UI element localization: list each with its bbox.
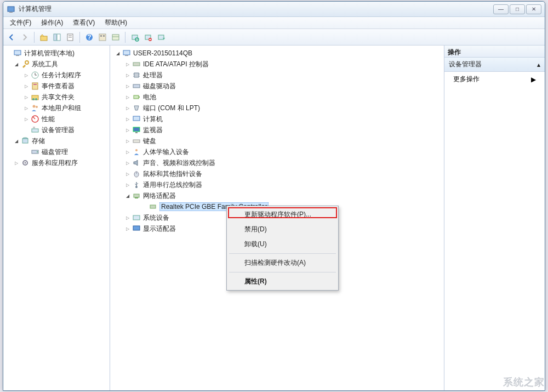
tree-label: 系统设备	[143, 213, 169, 223]
device-hid[interactable]: 人体学输入设备	[110, 146, 444, 157]
menu-action[interactable]: 操作(A)	[37, 17, 67, 29]
separator	[229, 272, 336, 272]
device-network-adapters[interactable]: 网络适配器	[110, 190, 444, 201]
tree-shared-folders[interactable]: 共享文件夹	[3, 92, 110, 103]
svg-rect-46	[133, 63, 140, 66]
scan-hardware-button[interactable]	[129, 31, 141, 43]
tree-local-users[interactable]: 本地用户和组	[3, 103, 110, 113]
expand-toggle[interactable]	[124, 192, 131, 199]
expand-toggle[interactable]	[124, 127, 131, 133]
expand-toggle[interactable]	[124, 214, 131, 221]
expand-toggle[interactable]	[23, 116, 30, 122]
expand-toggle[interactable]	[23, 105, 30, 111]
expand-toggle[interactable]	[124, 72, 131, 78]
device-ide[interactable]: IDE ATA/ATAPI 控制器	[110, 59, 444, 70]
tree-services-apps[interactable]: 服务和应用程序	[3, 157, 110, 168]
expand-toggle[interactable]	[124, 149, 131, 155]
device-cpu[interactable]: 处理器	[110, 70, 444, 81]
tree-performance[interactable]: 性能	[3, 113, 110, 124]
actions-section-device-manager[interactable]: 设备管理器 ▴	[444, 58, 545, 72]
device-monitors[interactable]: 监视器	[110, 124, 444, 135]
keyboard-icon	[132, 137, 141, 145]
ctx-update-driver[interactable]: 更新驱动程序软件(P)...	[228, 207, 337, 222]
tree-storage[interactable]: 存储	[3, 135, 110, 146]
system-device-icon	[132, 213, 141, 222]
ctx-properties[interactable]: 属性(R)	[228, 274, 337, 289]
expand-toggle[interactable]	[124, 181, 131, 188]
svg-rect-47	[134, 73, 139, 77]
expand-toggle[interactable]	[124, 94, 131, 100]
maximize-button[interactable]: □	[510, 4, 525, 14]
ctx-disable[interactable]: 禁用(D)	[228, 222, 337, 237]
expand-toggle[interactable]	[124, 138, 131, 144]
expand-toggle[interactable]	[124, 160, 131, 166]
expand-toggle[interactable]	[13, 138, 20, 144]
uninstall-device-button[interactable]	[142, 31, 154, 43]
view-resources-button[interactable]	[110, 31, 122, 43]
device-computer-root[interactable]: USER-20150114QB	[110, 48, 444, 59]
collapse-icon: ▴	[537, 61, 540, 69]
separator	[79, 32, 80, 43]
menu-view[interactable]: 查看(V)	[68, 17, 99, 29]
tree-label: 服务和应用程序	[32, 158, 78, 168]
expand-toggle[interactable]	[124, 105, 131, 111]
menu-file[interactable]: 文件(F)	[5, 17, 36, 29]
tree-label: 共享文件夹	[42, 93, 75, 102]
tree-device-manager[interactable]: 设备管理器	[3, 124, 110, 135]
svg-rect-27	[32, 83, 38, 89]
expand-toggle[interactable]	[13, 160, 20, 166]
tree-task-scheduler[interactable]: 任务计划程序	[3, 70, 110, 81]
ctx-uninstall[interactable]: 卸载(U)	[228, 237, 337, 252]
show-hide-tree-button[interactable]	[51, 31, 63, 43]
tools-icon	[21, 60, 30, 69]
menu-help[interactable]: 帮助(H)	[100, 17, 132, 29]
expand-toggle[interactable]	[124, 61, 131, 67]
svg-line-35	[33, 117, 35, 119]
minimize-button[interactable]: —	[493, 4, 509, 14]
tree-event-viewer[interactable]: 事件查看器	[3, 81, 110, 92]
tree-label: 人体学输入设备	[143, 147, 189, 157]
device-battery[interactable]: 电池	[110, 92, 444, 103]
expand-toggle[interactable]	[124, 225, 131, 232]
expand-toggle[interactable]	[115, 50, 121, 56]
expand-toggle[interactable]	[124, 116, 131, 122]
device-computers[interactable]: 计算机	[110, 113, 444, 124]
sound-icon	[132, 158, 141, 167]
svg-rect-12	[103, 35, 105, 37]
properties-button[interactable]	[64, 31, 76, 43]
device-mouse[interactable]: 鼠标和其他指针设备	[110, 168, 444, 179]
expand-toggle[interactable]	[124, 83, 131, 89]
action-more[interactable]: 更多操作 ▶	[444, 72, 545, 87]
device-sound[interactable]: 声音、视频和游戏控制器	[110, 157, 444, 168]
separator	[125, 32, 125, 43]
svg-rect-0	[8, 7, 14, 12]
tree-root[interactable]: 计算机管理(本地)	[3, 48, 110, 59]
forward-button[interactable]	[19, 31, 31, 43]
svg-rect-52	[133, 84, 140, 88]
ctx-scan-hardware[interactable]: 扫描检测硬件改动(A)	[228, 255, 337, 270]
expand-toggle[interactable]	[13, 61, 20, 67]
view-devices-button[interactable]	[96, 31, 109, 43]
up-level-button[interactable]	[38, 31, 50, 43]
expand-toggle[interactable]	[23, 83, 30, 89]
expand-toggle[interactable]	[23, 72, 30, 78]
nic-icon	[149, 202, 157, 211]
help-button[interactable]: ?	[83, 31, 95, 43]
device-ports[interactable]: 端口 (COM 和 LPT)	[110, 103, 444, 113]
tree-label: 网络适配器	[143, 191, 176, 201]
tree-disk-management[interactable]: 磁盘管理	[3, 146, 110, 157]
expand-toggle[interactable]	[23, 94, 30, 100]
tree-system-tools[interactable]: 系统工具	[3, 59, 110, 70]
back-button[interactable]	[5, 31, 18, 43]
close-button[interactable]: ✕	[526, 4, 541, 14]
update-driver-button[interactable]	[155, 31, 167, 43]
tree-label: 计算机管理(本地)	[24, 49, 75, 58]
device-usb[interactable]: 通用串行总线控制器	[110, 179, 444, 190]
device-disk-drives[interactable]: 磁盘驱动器	[110, 81, 444, 92]
svg-rect-67	[135, 197, 138, 198]
svg-rect-55	[133, 116, 140, 121]
expand-toggle[interactable]	[124, 171, 131, 177]
device-keyboards[interactable]: 键盘	[110, 135, 444, 146]
tree-label: 任务计划程序	[42, 71, 81, 80]
menubar: 文件(F) 操作(A) 查看(V) 帮助(H)	[3, 17, 545, 29]
